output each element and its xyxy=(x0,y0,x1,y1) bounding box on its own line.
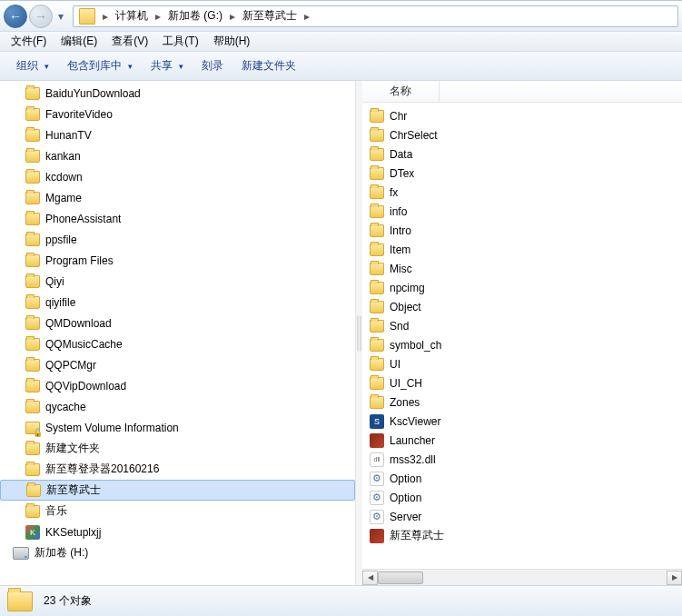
tree-item[interactable]: System Volume Information xyxy=(0,417,355,438)
list-item[interactable]: Zones xyxy=(362,392,682,412)
list-item-label: Object xyxy=(390,301,421,313)
list-item[interactable]: symbol_ch xyxy=(362,335,682,354)
list-item[interactable]: Intro xyxy=(362,221,682,240)
folder-icon xyxy=(25,254,40,267)
list-item[interactable]: Misc xyxy=(362,259,682,278)
scroll-left-button[interactable]: ◀ xyxy=(362,571,378,585)
file-list[interactable]: ChrChrSelectDataDTexfxinfoIntroItemMiscn… xyxy=(362,103,682,569)
list-item-label: symbol_ch xyxy=(390,339,441,352)
tree-item[interactable]: 新加卷 (H:) xyxy=(0,542,355,563)
tree-item[interactable]: Program Files xyxy=(0,250,355,271)
forward-button[interactable]: → xyxy=(29,5,53,28)
list-item[interactable]: SKscViewer xyxy=(362,412,682,431)
list-item[interactable]: info xyxy=(362,202,682,221)
tree-item[interactable]: Mgame xyxy=(0,187,355,208)
root-dropdown[interactable]: ▸ xyxy=(99,6,112,26)
address-bar[interactable]: ▸ 计算机 ▸ 新加卷 (G:) ▸ 新至尊武士 ▸ xyxy=(73,5,678,27)
breadcrumb-computer[interactable]: 计算机 xyxy=(112,6,152,26)
folder-icon xyxy=(25,213,40,225)
list-item[interactable]: 新至尊武士 xyxy=(362,526,682,545)
list-item[interactable]: UI xyxy=(362,354,682,373)
list-item[interactable]: Chr xyxy=(362,106,682,125)
tree-item[interactable]: 新建文件夹 xyxy=(0,438,355,459)
toolbar-button[interactable]: 刻录 xyxy=(193,55,232,77)
tree-item[interactable]: 新至尊登录器20160216 xyxy=(0,459,355,480)
list-item[interactable]: Snd xyxy=(362,316,682,335)
tree-item[interactable]: Qiyi xyxy=(0,271,355,292)
list-item[interactable]: Server xyxy=(362,507,682,526)
menu-item[interactable]: 工具(T) xyxy=(155,33,205,51)
tree-item[interactable]: QMDownload xyxy=(0,313,355,333)
column-name[interactable]: 名称 xyxy=(362,81,440,102)
list-item[interactable]: Option xyxy=(362,469,682,488)
list-item[interactable]: DTex xyxy=(362,164,682,183)
tree-item-label: Program Files xyxy=(45,254,114,267)
app-icon: K xyxy=(25,525,40,540)
tree-item[interactable]: KKKSetuplxjj xyxy=(0,522,355,542)
tree-item[interactable]: 音乐 xyxy=(0,501,355,522)
list-item[interactable]: Option xyxy=(362,488,682,507)
list-item[interactable]: ChrSelect xyxy=(362,125,682,144)
toolbar-button[interactable]: 共享 xyxy=(142,55,193,77)
folder-icon xyxy=(370,243,384,256)
menu-item[interactable]: 编辑(E) xyxy=(54,33,104,51)
menu-item[interactable]: 查看(V) xyxy=(104,33,155,51)
menu-bar: 文件(F)编辑(E)查看(V)工具(T)帮助(H) xyxy=(0,32,682,52)
list-item-label: Snd xyxy=(390,320,409,333)
toolbar-button[interactable]: 包含到库中 xyxy=(58,55,142,77)
tree-item[interactable]: qiyifile xyxy=(0,292,355,313)
folder-icon xyxy=(25,380,40,392)
breadcrumb-drive[interactable]: 新加卷 (G:) xyxy=(164,6,226,26)
tree-item-label: kankan xyxy=(45,150,81,163)
tree-item[interactable]: HunanTV xyxy=(0,124,355,145)
tree-item-label: 新加卷 (H:) xyxy=(35,545,88,561)
scroll-track[interactable] xyxy=(378,571,667,585)
tree-item[interactable]: PhoneAssistant xyxy=(0,208,355,229)
folder-icon xyxy=(25,275,40,288)
tree-item[interactable]: QQMusicCache xyxy=(0,333,355,354)
list-item[interactable]: Item xyxy=(362,240,682,259)
chevron-right-icon[interactable]: ▸ xyxy=(226,6,239,26)
pane-splitter[interactable] xyxy=(356,81,362,585)
folder-tree[interactable]: BaiduYunDownloadFavoriteVideoHunanTVkank… xyxy=(0,81,356,585)
breadcrumb-folder[interactable]: 新至尊武士 xyxy=(239,6,301,26)
list-item[interactable]: UI_CH xyxy=(362,373,682,392)
folder-icon xyxy=(370,167,384,180)
tree-item-label: QQPCMgr xyxy=(45,359,96,372)
toolbar-button[interactable]: 组织 xyxy=(7,55,58,77)
tree-item[interactable]: ppsfile xyxy=(0,229,355,250)
list-item[interactable]: Data xyxy=(362,144,682,164)
scroll-thumb[interactable] xyxy=(378,571,423,584)
tree-item-label: 新建文件夹 xyxy=(45,441,100,456)
tree-item[interactable]: 新至尊武士 xyxy=(0,480,355,501)
tree-item[interactable]: kcdown xyxy=(0,166,355,187)
tree-item-label: Qiyi xyxy=(45,275,64,288)
list-item[interactable]: dllmss32.dll xyxy=(362,450,682,469)
tree-item[interactable]: QQPCMgr xyxy=(0,354,355,375)
toolbar-button[interactable]: 新建文件夹 xyxy=(232,55,305,77)
chevron-right-icon[interactable]: ▸ xyxy=(301,6,313,26)
list-item[interactable]: fx xyxy=(362,183,682,202)
scroll-right-button[interactable]: ▶ xyxy=(667,571,682,585)
back-button[interactable]: ← xyxy=(4,5,27,28)
folder-icon xyxy=(370,396,384,409)
list-item[interactable]: Launcher xyxy=(362,431,682,450)
tree-item[interactable]: QQVipDownload xyxy=(0,375,355,396)
folder-icon xyxy=(25,150,40,163)
list-item[interactable]: npcimg xyxy=(362,278,682,297)
list-item-label: 新至尊武士 xyxy=(390,528,444,543)
menu-item[interactable]: 帮助(H) xyxy=(206,33,258,51)
tree-item-label: 新至尊武士 xyxy=(46,482,101,498)
tree-item-label: KKSetuplxjj xyxy=(45,526,101,539)
tree-item[interactable]: kankan xyxy=(0,145,355,166)
tree-item[interactable]: BaiduYunDownload xyxy=(0,83,355,104)
tree-item[interactable]: FavoriteVideo xyxy=(0,104,355,124)
list-item-label: mss32.dll xyxy=(390,453,436,466)
history-dropdown[interactable]: ▾ xyxy=(54,7,67,25)
tree-item-label: QMDownload xyxy=(45,317,112,330)
chevron-right-icon[interactable]: ▸ xyxy=(152,6,164,26)
list-item[interactable]: Object xyxy=(362,297,682,316)
tree-item[interactable]: qycache xyxy=(0,396,355,417)
menu-item[interactable]: 文件(F) xyxy=(4,33,54,51)
horizontal-scrollbar[interactable]: ◀ ▶ xyxy=(362,569,682,585)
